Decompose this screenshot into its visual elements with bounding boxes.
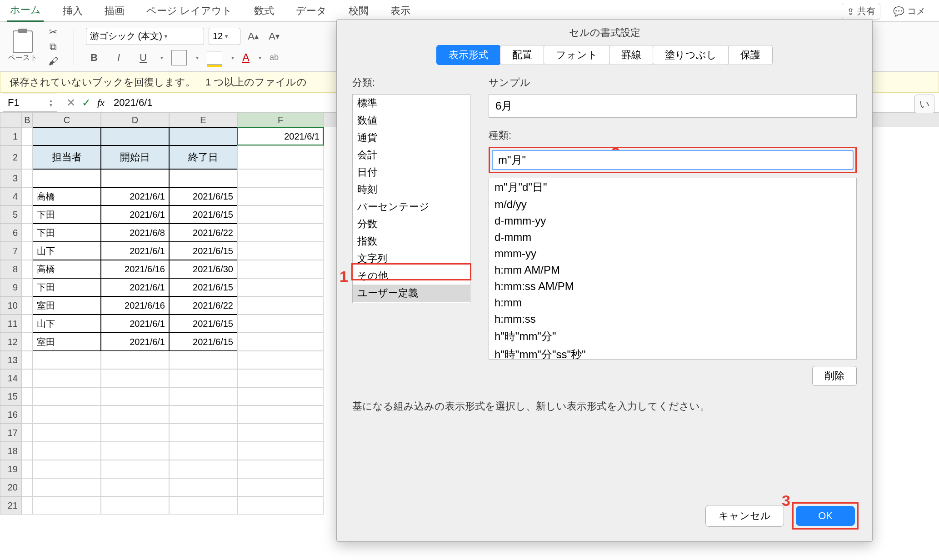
- type-item[interactable]: h:mm:ss AM/PM: [489, 278, 856, 295]
- cell-assignee[interactable]: 下田: [33, 278, 101, 296]
- cell[interactable]: [101, 405, 169, 424]
- selected-cell[interactable]: 2021/6/1: [237, 127, 324, 145]
- dialog-tab-5[interactable]: 保護: [728, 45, 773, 65]
- category-item[interactable]: 指数: [353, 233, 470, 250]
- chevron-down-icon[interactable]: ▾: [196, 55, 199, 61]
- column-header-E[interactable]: E: [169, 113, 237, 127]
- cell[interactable]: [33, 387, 101, 405]
- cell[interactable]: [22, 205, 33, 224]
- dialog-tab-1[interactable]: 配置: [500, 45, 544, 65]
- type-item[interactable]: m/d/yy: [489, 196, 856, 213]
- row-header[interactable]: 6: [0, 224, 22, 242]
- cell[interactable]: [169, 478, 237, 496]
- row-header[interactable]: 13: [0, 351, 22, 369]
- dialog-tab-4[interactable]: 塗りつぶし: [653, 45, 729, 65]
- ok-button[interactable]: OK: [796, 506, 855, 526]
- cell[interactable]: [169, 424, 237, 442]
- ribbon-tab-7[interactable]: 表示: [388, 0, 413, 21]
- type-input[interactable]: [492, 150, 854, 170]
- cell[interactable]: [22, 224, 33, 242]
- cell[interactable]: [237, 351, 324, 369]
- chevron-down-icon[interactable]: ▾: [231, 55, 234, 61]
- chevron-down-icon[interactable]: ▾: [160, 55, 163, 61]
- cell[interactable]: [237, 424, 324, 442]
- cell[interactable]: [33, 478, 101, 496]
- delete-button[interactable]: 削除: [812, 366, 857, 386]
- cell[interactable]: [237, 260, 324, 278]
- right-pill-button[interactable]: い: [914, 95, 934, 114]
- borders-button[interactable]: [171, 50, 187, 65]
- type-item[interactable]: h:mm:ss: [489, 311, 856, 327]
- column-header-B[interactable]: B: [22, 113, 33, 127]
- chevron-down-icon[interactable]: ▾: [259, 55, 261, 61]
- cell[interactable]: [169, 169, 237, 187]
- formula-input[interactable]: [111, 96, 247, 110]
- type-item[interactable]: mmm-yy: [489, 245, 856, 262]
- cell-assignee[interactable]: 室田: [33, 296, 101, 315]
- cell[interactable]: [33, 424, 101, 442]
- cell-end[interactable]: 2021/6/22: [169, 296, 237, 315]
- ribbon-tab-6[interactable]: 校閲: [346, 0, 371, 21]
- cell[interactable]: [101, 369, 169, 387]
- underline-button[interactable]: U: [135, 50, 151, 66]
- ribbon-tab-4[interactable]: 数式: [251, 0, 277, 21]
- type-item[interactable]: h:mm: [489, 295, 856, 311]
- italic-button[interactable]: I: [110, 50, 127, 66]
- category-item[interactable]: パーセンテージ: [353, 198, 470, 215]
- cell[interactable]: [101, 387, 169, 405]
- blank-head[interactable]: [33, 127, 101, 145]
- cell-assignee[interactable]: 室田: [33, 333, 101, 351]
- paste-button[interactable]: ペースト: [8, 30, 37, 63]
- grow-font-button[interactable]: A▴: [245, 28, 261, 45]
- header-assignee[interactable]: 担当者: [33, 145, 101, 169]
- cell[interactable]: [237, 187, 324, 205]
- row-header[interactable]: 1: [0, 127, 22, 145]
- row-header[interactable]: 5: [0, 205, 22, 224]
- cell[interactable]: [101, 496, 169, 515]
- bold-button[interactable]: B: [86, 50, 102, 66]
- shrink-font-button[interactable]: A▾: [266, 28, 282, 45]
- name-box[interactable]: F1 ▴▾: [3, 94, 57, 112]
- cell-assignee[interactable]: 山下: [33, 315, 101, 333]
- cancel-button[interactable]: キャンセル: [705, 505, 784, 527]
- cell-assignee[interactable]: 下田: [33, 205, 101, 224]
- row-header[interactable]: 4: [0, 187, 22, 205]
- type-item[interactable]: d-mmm-yy: [489, 213, 856, 229]
- row-header[interactable]: 9: [0, 278, 22, 296]
- type-list[interactable]: m"月"d"日"m/d/yyd-mmm-yyd-mmmmmm-yyh:mm AM…: [489, 178, 857, 360]
- cell[interactable]: [169, 496, 237, 515]
- cell[interactable]: [237, 442, 324, 460]
- dialog-tab-2[interactable]: フォント: [544, 45, 610, 65]
- column-header-C[interactable]: C: [33, 113, 101, 127]
- name-box-stepper[interactable]: ▴▾: [50, 98, 52, 107]
- cell[interactable]: [101, 478, 169, 496]
- cell[interactable]: [33, 169, 101, 187]
- cell[interactable]: [101, 424, 169, 442]
- cell[interactable]: [22, 260, 33, 278]
- cell[interactable]: [237, 478, 324, 496]
- type-item[interactable]: m"月"d"日": [489, 178, 856, 196]
- cancel-formula-icon[interactable]: ✕: [66, 96, 75, 109]
- category-item[interactable]: 時刻: [353, 181, 470, 198]
- category-item[interactable]: 数値: [353, 112, 470, 129]
- type-item[interactable]: h"時"mm"分": [489, 327, 856, 345]
- ribbon-tab-2[interactable]: 描画: [102, 0, 127, 21]
- cell[interactable]: [33, 460, 101, 478]
- cell[interactable]: [22, 405, 33, 424]
- cell[interactable]: [22, 478, 33, 496]
- select-all-corner[interactable]: [0, 113, 22, 127]
- cell[interactable]: [22, 145, 33, 169]
- cell-assignee[interactable]: 高橋: [33, 187, 101, 205]
- category-list[interactable]: 標準数値通貨会計日付時刻パーセンテージ分数指数文字列その他ユーザー定義: [352, 94, 470, 303]
- category-item[interactable]: 会計: [353, 146, 470, 164]
- cell[interactable]: [22, 369, 33, 387]
- category-item[interactable]: 分数: [353, 215, 470, 233]
- cell[interactable]: [237, 145, 324, 169]
- font-size-select[interactable]: 12▼: [209, 28, 240, 45]
- cell[interactable]: [169, 351, 237, 369]
- cell[interactable]: [101, 351, 169, 369]
- cell[interactable]: [22, 460, 33, 478]
- cell[interactable]: [33, 405, 101, 424]
- cell[interactable]: [101, 460, 169, 478]
- row-header[interactable]: 7: [0, 242, 22, 260]
